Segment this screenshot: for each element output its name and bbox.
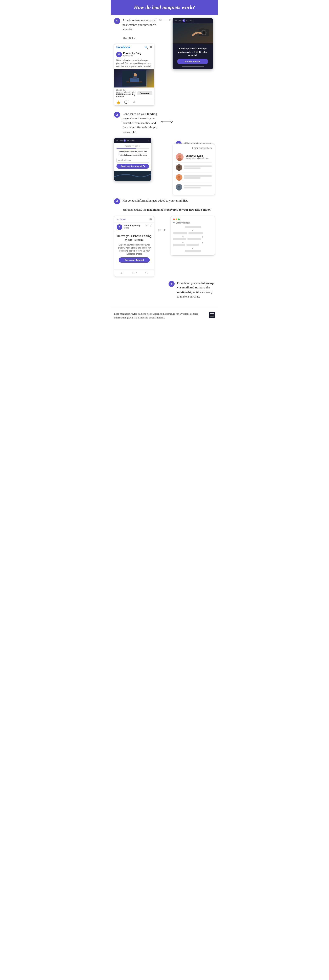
main-content: 1 An advertisement or social post catche… (111, 15, 218, 308)
svg-rect-5 (133, 76, 137, 80)
fb-cta-bar: photos-by-greg.com/free-tutorial FREE Ph… (114, 88, 154, 99)
landing-hero-image (172, 23, 213, 43)
fb-share-icon: ↗ (133, 100, 135, 104)
step2-row: 2 ...and lands on your landing page wher… (114, 108, 215, 136)
optin-brand: PHOTOS G BY GREG (116, 139, 135, 142)
lead-avatar (176, 153, 184, 161)
svg-point-32 (177, 188, 181, 191)
inbox-content: Here's your Photo Editing Video Tutorial… (114, 232, 154, 269)
subscriber-lines-2 (184, 175, 212, 180)
step4-bold2: lead magnet is delivered to your new lea… (147, 208, 211, 211)
landing-photos-label: PHOTOS (175, 19, 182, 22)
inbox-reply-all-icon: ↩↩ (132, 271, 137, 275)
subscriber-lines-3 (184, 185, 212, 189)
inbox-sender-to: to me (124, 227, 145, 229)
fb-logo: facebook (116, 46, 130, 49)
fb-download-button[interactable]: Download (137, 91, 152, 95)
svg-marker-34 (164, 229, 166, 231)
step1-text-part3: She clicks... (123, 37, 137, 40)
inbox-email-body: Click the download button below to grab … (117, 243, 152, 255)
lead-name: Shirley A. Lead (185, 154, 212, 157)
arrow-step4 (158, 228, 166, 232)
fb-reactions: 👍 💬 ↗ (114, 99, 154, 105)
subscriber-avatar-1 (176, 164, 182, 171)
inbox-reply-footer-icon: ↩ (121, 271, 123, 275)
step5-number: 5 (169, 281, 175, 287)
workflow-dot-yellow (176, 218, 177, 220)
inbox-email-action-icons: ↩ ⋮ (146, 224, 152, 227)
workflow-row-3 (173, 244, 212, 247)
workflow-arrows-2: ▼ ▼ (173, 236, 212, 238)
step1-arrow-area (160, 18, 172, 26)
workflow-node-final (173, 250, 212, 253)
step1-left: 1 An advertisement or social post catche… (114, 18, 158, 106)
landing-cta-button[interactable]: Get the tutorial! (177, 59, 208, 64)
footer-icon-area (209, 312, 215, 319)
step4-section: 4 Her contact information gets added to … (114, 198, 215, 212)
subscriber-line-top-1 (184, 165, 212, 167)
step1-header: 1 An advertisement or social post catche… (114, 18, 158, 41)
lead-main-item: Shirley A. Lead shirley.a.lead@email.com (176, 151, 212, 163)
fb-post-text: Want to level-up your landscape photos? … (114, 58, 154, 69)
svg-point-26 (177, 168, 181, 171)
fb-like-icon: 👍 (116, 100, 120, 104)
fb-profile-row: G Photos by Greg Sponsored (114, 51, 154, 58)
inbox-reply-icon: ↩ (146, 224, 148, 227)
fb-sponsored: Sponsored (123, 55, 141, 57)
workflow-mockup: ✉ Email Workflow ▼ ▼ ▼ ▼ ▼ (171, 216, 215, 256)
subscriber-line-bottom-3 (184, 187, 201, 188)
inbox-email-icon: ✉ (149, 218, 152, 221)
landing-text-area: Level-up your landscape photos with a FR… (172, 43, 213, 69)
step1-number: 1 (114, 18, 120, 24)
step4-header: 4 Her contact information gets added to … (114, 198, 215, 212)
step2-arrow (160, 108, 172, 124)
landing-top-bar: PHOTOS G BY GREG (172, 18, 213, 23)
subscriber-line-bottom-1 (184, 167, 201, 169)
workflow-arrow-1: ▼ (173, 229, 212, 232)
workflow-dot-green (178, 218, 180, 220)
fb-cta-url: photos-by-greg.com/free-tutorial FREE Ph… (116, 89, 137, 98)
svg-point-28 (178, 176, 180, 178)
subscriber-line-top-3 (184, 185, 212, 186)
lead-info: Shirley A. Lead shirley.a.lead@email.com (185, 154, 212, 159)
svg-marker-15 (161, 121, 163, 123)
subscriber-line-bottom-2 (184, 177, 201, 178)
inbox-progress-bar (124, 265, 145, 265)
fb-search-icon[interactable]: 🔍 (145, 46, 148, 49)
inbox-sender-avatar: G (117, 224, 122, 230)
subscribers-positioned: Email Subscribers Shirley A. Lead shirle… (114, 143, 215, 195)
svg-point-16 (171, 121, 172, 123)
facebook-ad-mockup: facebook 🔍 ☰ G Photos by Greg Sponsored … (114, 44, 154, 106)
step1-section: 1 An advertisement or social post catche… (114, 18, 215, 106)
fb-profile-name: Photos by Greg (123, 52, 141, 55)
inbox-more-icon: ⋮ (149, 224, 152, 227)
inbox-footer: ↩ ↩↩ ↪ (114, 269, 154, 277)
step2-header: 2 ...and lands on your landing page wher… (114, 112, 158, 134)
subscriber-avatar-2-svg (176, 174, 182, 181)
subscriber-avatar-3-svg (176, 184, 182, 191)
step4-bold1: email list (176, 199, 187, 202)
optin-close-icon[interactable]: × (148, 139, 150, 142)
subscriber-avatar-3 (176, 184, 182, 191)
step1-text: An advertisement or social post catches … (123, 18, 158, 41)
workflow-title: ✉ Email Workflow (173, 222, 212, 224)
svg-marker-7 (169, 19, 171, 21)
inbox-mockup: ← Inbox ✉ G Photos by Greg to me ↩ ⋮ Her… (114, 216, 154, 277)
subscriber-avatar-2 (176, 174, 182, 181)
inbox-to-workflow-arrow (158, 216, 166, 232)
arrow-step2 (160, 120, 172, 124)
subscriber-line-top-2 (184, 175, 212, 177)
subscriber-item-1 (176, 163, 212, 173)
fb-menu-icon[interactable]: ☰ (150, 46, 152, 49)
page-footer: Lead magnets provide value to your audie… (111, 308, 218, 324)
page-title: How do lead magnets work? (115, 5, 214, 11)
svg-rect-13 (201, 28, 204, 29)
step5-header: 5 From here, you can follow-up via email… (169, 281, 215, 299)
subscriber-item-2 (176, 173, 212, 182)
step2-number: 2 (114, 112, 120, 118)
optin-top-bar: PHOTOS G BY GREG × (114, 138, 152, 143)
svg-rect-38 (210, 315, 214, 315)
landing-brand-dot: G (182, 19, 185, 22)
inbox-download-button[interactable]: Download Tutorial (119, 258, 150, 262)
fb-image-illustration (122, 70, 146, 86)
